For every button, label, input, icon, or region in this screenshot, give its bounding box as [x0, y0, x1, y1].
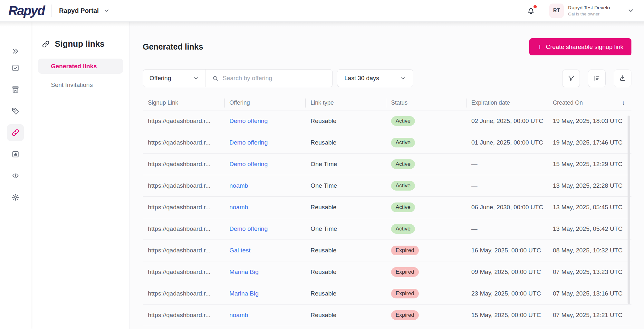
date-range-label: Last 30 days: [344, 75, 379, 82]
table-row[interactable]: https://qadashboard.r... noamb Reusable …: [143, 197, 631, 218]
reports-icon: [11, 150, 20, 158]
link-type-cell: One Time: [305, 182, 386, 189]
table-scrollbar[interactable]: [628, 116, 630, 304]
status-cell: Expired: [386, 289, 466, 298]
rail-item-signup-links[interactable]: [7, 124, 24, 141]
chevron-down-icon: [627, 7, 634, 14]
page-title: Generated links: [143, 42, 203, 52]
link-type-cell: Reusable: [305, 290, 386, 297]
status-badge: Active: [391, 116, 415, 126]
store-icon: [11, 85, 20, 94]
chevron-down-icon: [400, 75, 406, 81]
link-type-cell: Reusable: [305, 268, 386, 276]
created-on-cell: 08 May, 2025, 10:32 UTC: [548, 247, 631, 254]
download-button[interactable]: [614, 70, 631, 87]
rail-item-developers[interactable]: [7, 167, 24, 184]
status-cell: Active: [386, 224, 466, 234]
account-menu[interactable]: RT Rapyd Test Develo... Gal is the owner: [549, 4, 634, 18]
offering-link[interactable]: Demo offering: [224, 161, 305, 168]
offering-link[interactable]: Marina Big: [224, 290, 305, 297]
status-cell: Expired: [386, 246, 466, 255]
column-header-created-on[interactable]: Created On ↓: [548, 99, 631, 107]
status-badge: Expired: [391, 310, 419, 320]
created-on-cell: 07 May, 2025, 13:16 UTC: [548, 290, 631, 297]
icon-rail: [0, 22, 31, 329]
rail-item-tasks[interactable]: [7, 60, 24, 76]
filter-button[interactable]: [562, 70, 580, 87]
search-icon: [212, 75, 219, 82]
sort-descending-icon: ↓: [622, 99, 625, 107]
top-header: Rapyd Rapyd Portal RT Rapyd Test Develo.…: [0, 0, 644, 22]
table-header-row: Signup Link Offering Link type Status Ex…: [143, 96, 631, 110]
rail-item-store[interactable]: [7, 81, 24, 98]
rail-item-offerings[interactable]: [7, 103, 24, 119]
table-body: https://qadashboard.r... Demo offering R…: [143, 110, 631, 326]
sidebar-item-generated-links[interactable]: Generated links: [38, 59, 123, 74]
table-row[interactable]: https://qadashboard.r... Demo offering O…: [143, 218, 631, 240]
account-name: Rapyd Test Develo...: [568, 5, 614, 11]
sidebar-title: Signup links: [42, 39, 123, 49]
status-badge: Expired: [391, 267, 419, 277]
table-row[interactable]: https://qadashboard.r... Gal test Reusab…: [143, 240, 631, 261]
table-row[interactable]: https://qadashboard.r... Marina Big Reus…: [143, 283, 631, 305]
signup-link-cell: https://qadashboard.r...: [143, 118, 224, 125]
offering-filter-dropdown[interactable]: Offering: [143, 70, 206, 87]
rapyd-logo: Rapyd: [8, 4, 52, 17]
link-type-cell: Reusable: [305, 139, 386, 146]
table-row[interactable]: https://qadashboard.r... Demo offering O…: [143, 154, 631, 175]
table-row[interactable]: https://qadashboard.r... noamb Reusable …: [143, 305, 631, 326]
offering-link[interactable]: Demo offering: [224, 225, 305, 232]
status-cell: Active: [386, 159, 466, 169]
expiration-date-cell: 16 May, 2025, 00:00 UTC: [466, 247, 548, 254]
avatar: RT: [549, 4, 564, 18]
column-header-link-type[interactable]: Link type: [305, 99, 386, 106]
rail-item-settings[interactable]: [7, 189, 24, 206]
expiration-date-cell: 23 May, 2025, 00:00 UTC: [466, 290, 548, 297]
signup-link-cell: https://qadashboard.r...: [143, 268, 224, 276]
expand-sidebar-button[interactable]: [7, 45, 24, 58]
created-on-cell: 07 May, 2025, 13:23 UTC: [548, 268, 631, 276]
table-row[interactable]: https://qadashboard.r... Marina Big Reus…: [143, 261, 631, 283]
status-cell: Expired: [386, 310, 466, 320]
create-signup-link-button[interactable]: + Create shareable signup link: [529, 38, 631, 55]
offering-link[interactable]: noamb: [224, 312, 305, 319]
status-cell: Active: [386, 116, 466, 126]
status-badge: Active: [391, 224, 415, 234]
status-cell: Active: [386, 181, 466, 191]
status-badge: Active: [391, 202, 415, 212]
status-cell: Expired: [386, 267, 466, 277]
expiration-date-cell: 09 May, 2025, 00:00 UTC: [466, 268, 548, 276]
status-badge: Active: [391, 138, 415, 147]
search-input[interactable]: [223, 75, 326, 82]
sidebar: Signup links Generated links Sent Invita…: [31, 22, 130, 329]
offering-link[interactable]: Demo offering: [224, 118, 305, 125]
table-row[interactable]: https://qadashboard.r... Demo offering R…: [143, 110, 631, 132]
rail-item-reports[interactable]: [7, 146, 24, 163]
sidebar-item-sent-invitations[interactable]: Sent Invitations: [38, 77, 123, 92]
offering-link[interactable]: Marina Big: [224, 268, 305, 276]
link-type-cell: One Time: [305, 225, 386, 232]
expiration-date-cell: 01 June, 2025, 00:00 UTC: [466, 139, 548, 146]
create-button-label: Create shareable signup link: [546, 43, 623, 51]
expiration-date-cell: —: [466, 182, 548, 189]
column-header-signup-link[interactable]: Signup Link: [143, 99, 224, 106]
offering-link[interactable]: Demo offering: [224, 139, 305, 146]
tag-icon: [11, 107, 20, 115]
offering-link[interactable]: noamb: [224, 204, 305, 211]
sort-button[interactable]: [588, 70, 606, 87]
signup-link-cell: https://qadashboard.r...: [143, 161, 224, 168]
offering-filter-label: Offering: [149, 75, 171, 82]
offering-link[interactable]: noamb: [224, 182, 305, 189]
column-header-offering[interactable]: Offering: [224, 99, 305, 106]
offering-link[interactable]: Gal test: [224, 247, 305, 254]
column-header-expiration-date[interactable]: Expiration date: [466, 99, 548, 106]
table-row[interactable]: https://qadashboard.r... noamb One Time …: [143, 175, 631, 197]
table-row[interactable]: https://qadashboard.r... Demo offering R…: [143, 132, 631, 154]
chevron-down-icon: [103, 7, 110, 14]
date-range-dropdown[interactable]: Last 30 days: [337, 69, 413, 87]
notifications-button[interactable]: [526, 6, 536, 15]
created-on-cell: 13 May, 2025, 22:28 UTC: [548, 182, 631, 189]
portal-switcher[interactable]: Rapyd Portal: [59, 7, 110, 14]
sidebar-title-label: Signup links: [55, 39, 105, 49]
column-header-status[interactable]: Status: [386, 99, 466, 106]
